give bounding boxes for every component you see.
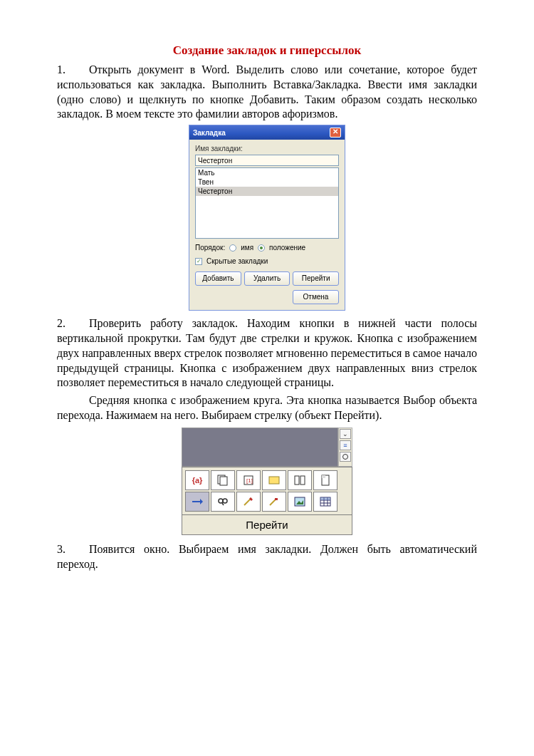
list-item[interactable]: Твен (196, 177, 338, 187)
bookmark-name-label: Имя закладки: (195, 144, 339, 153)
step-3-number: 3. (57, 542, 89, 557)
hidden-bookmarks-checkbox[interactable] (195, 258, 202, 265)
document-title: Создание закладок и гиперссылок (57, 43, 477, 58)
find-icon[interactable] (211, 492, 235, 512)
svg-rect-6 (300, 476, 305, 485)
svg-rect-5 (295, 476, 299, 485)
step-3: 3.Появится окно. Выбираем имя закладки. … (57, 542, 477, 572)
dialog-titlebar: Закладка ✕ (189, 125, 345, 140)
bookmark-list[interactable]: Мать Твен Честертон (195, 167, 339, 239)
comment-icon[interactable] (262, 470, 286, 490)
radio-position[interactable] (258, 244, 265, 252)
svg-text:[1]: [1] (246, 477, 253, 484)
svg-rect-22 (320, 497, 330, 500)
radio-position-label: положение (269, 243, 305, 252)
page-icon[interactable] (313, 470, 337, 490)
radio-name-label: имя (241, 243, 253, 252)
goto-button[interactable]: Перейти (293, 271, 339, 286)
hidden-bookmarks-label: Скрытые закладки (206, 257, 268, 266)
browse-object-circle-icon[interactable] (340, 452, 351, 462)
table-icon[interactable] (313, 492, 337, 512)
cancel-button[interactable]: Отмена (293, 290, 339, 304)
svg-line-12 (222, 503, 224, 505)
section-icon[interactable] (288, 470, 312, 490)
step-1: 1.Открыть документ в Word. Выделить слов… (57, 63, 477, 122)
add-button[interactable]: Добавить (195, 271, 241, 286)
close-icon[interactable]: ✕ (330, 128, 341, 138)
step-1-number: 1. (57, 63, 89, 78)
chevron-down-icon[interactable]: ⌄ (340, 429, 351, 439)
order-label: Порядок: (195, 243, 225, 252)
scrollbar-strip: ⌄ ≡ (338, 428, 352, 467)
svg-rect-1 (220, 477, 227, 485)
heading-icon[interactable] (262, 492, 286, 512)
svg-point-10 (219, 499, 223, 503)
svg-rect-4 (269, 477, 279, 484)
document-preview-area (182, 428, 338, 467)
dialog-title: Закладка (193, 128, 226, 138)
browse-object-panel: ⌄ ≡ {a} [1] Перейти (182, 428, 352, 536)
field-icon[interactable]: {a} (185, 470, 209, 490)
edits-icon[interactable] (236, 492, 261, 512)
bookmark-dialog: Закладка ✕ Имя закладки: Мать Твен Честе… (189, 125, 345, 311)
bookmark-name-input[interactable] (195, 155, 339, 166)
list-item[interactable]: Мать (196, 168, 338, 177)
svg-marker-9 (200, 499, 203, 504)
pages-icon[interactable] (211, 470, 235, 490)
step-2: 2.Проверить работу закладок. Находим кно… (57, 316, 477, 390)
delete-button[interactable]: Удалить (244, 271, 290, 286)
endnote-icon[interactable]: [1] (236, 470, 261, 490)
browse-label: Перейти (182, 515, 352, 536)
step-2-number: 2. (57, 316, 89, 331)
step-2-text: Проверить работу закладок. Находим кнопк… (57, 317, 477, 388)
browse-icon-grid: {a} [1] (182, 467, 352, 515)
svg-point-11 (223, 499, 227, 503)
step-2-extra: Средняя кнопка с изображением круга. Эта… (57, 393, 477, 423)
step-1-text: Открыть документ в Word. Выделить слово … (57, 63, 477, 120)
radio-name[interactable] (229, 244, 236, 252)
step-3-text: Появится окно. Выбираем имя закладки. До… (57, 543, 477, 570)
double-up-arrow-icon[interactable]: ≡ (340, 440, 351, 450)
goto-arrow-icon[interactable] (185, 492, 209, 512)
graphic-icon[interactable] (288, 492, 312, 512)
list-item[interactable]: Честертон (196, 187, 338, 196)
svg-rect-14 (275, 498, 278, 500)
